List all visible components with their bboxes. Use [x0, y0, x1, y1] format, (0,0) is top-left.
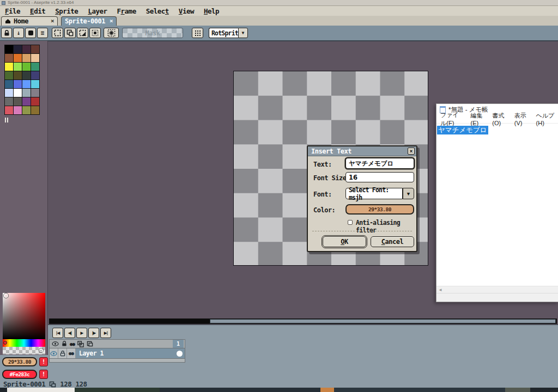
mask-button[interactable]: Mask	[122, 28, 183, 38]
dialog-titlebar[interactable]: Insert Text	[308, 146, 416, 156]
background-color-chip[interactable]: #Fe283c	[2, 370, 37, 379]
grid-settings-button[interactable]	[192, 28, 203, 38]
palette-swatch-3[interactable]	[31, 45, 39, 53]
palette-swatch-18[interactable]	[22, 80, 31, 88]
palette-swatch-8[interactable]	[5, 63, 13, 71]
foreground-color-chip[interactable]: 29*33.80	[2, 357, 37, 366]
palette-swatch-7[interactable]	[31, 54, 39, 62]
palette-swatch-11[interactable]	[31, 63, 39, 71]
tab-home-close-icon[interactable]: ×	[51, 19, 54, 24]
play-button[interactable]: ▶	[76, 328, 87, 338]
font-select[interactable]: Select Font: msjh	[345, 188, 403, 199]
selection-edges-button[interactable]	[104, 28, 119, 38]
palette-swatch-0[interactable]	[5, 45, 13, 53]
palette-swatch-6[interactable]	[22, 54, 31, 62]
taskbar-segment-5[interactable]	[505, 388, 530, 392]
notepad-horizontal-scrollbar[interactable]: ◄	[436, 286, 558, 293]
options-button[interactable]: ≡	[37, 28, 48, 38]
rotation-algorithm-select[interactable]: RotSprite	[209, 28, 238, 38]
palette-swatch-10[interactable]	[22, 63, 31, 71]
move-down-button[interactable]: ↓	[13, 28, 24, 38]
tab-sprite-close-icon[interactable]: ×	[110, 19, 113, 24]
first-frame-button[interactable]: |◀	[52, 328, 63, 338]
scroll-left-arrow-icon[interactable]: ◄	[438, 287, 442, 292]
palette-swatch-26[interactable]	[22, 97, 31, 106]
selection-add-button[interactable]	[64, 28, 76, 38]
next-frame-button[interactable]: |▶	[88, 328, 99, 338]
palette-swatch-29[interactable]	[14, 106, 22, 114]
last-frame-button[interactable]: ▶|	[100, 328, 111, 338]
menu-item-7[interactable]: Help	[199, 7, 224, 15]
menu-item-3[interactable]: Layer	[83, 7, 112, 15]
tab-sprite-0001[interactable]: Sprite-0001 ×	[61, 16, 117, 26]
ok-button[interactable]: OK	[323, 236, 366, 247]
palette-swatch-13[interactable]	[14, 71, 22, 79]
palette-swatch-1[interactable]	[14, 45, 22, 53]
menu-item-0[interactable]: File	[0, 7, 25, 15]
selection-subtract-button[interactable]	[77, 28, 88, 38]
font-size-input[interactable]: 16	[345, 172, 414, 182]
cancel-button[interactable]: Cancel	[371, 236, 414, 247]
rotation-algorithm-dropdown-button[interactable]: ▼	[238, 28, 248, 38]
palette-swatch-19[interactable]	[31, 80, 39, 88]
palette-swatch-24[interactable]	[5, 97, 13, 106]
menu-item-4[interactable]: Frame	[112, 7, 141, 15]
layer-name[interactable]: Layer 1	[76, 348, 174, 358]
lock-button[interactable]	[1, 28, 12, 38]
palette-swatch-21[interactable]	[14, 89, 22, 97]
os-taskbar[interactable]	[0, 388, 558, 392]
layer-row[interactable]: ●● Layer 1	[49, 348, 185, 359]
menu-item-2[interactable]: Sprite	[50, 7, 83, 15]
taskbar-segment-1[interactable]	[75, 388, 160, 392]
selection-intersect-button[interactable]	[89, 28, 101, 38]
palette-swatch-28[interactable]	[5, 106, 13, 114]
taskbar-segment-4[interactable]	[334, 388, 505, 392]
palette-swatch-30[interactable]	[22, 106, 31, 114]
palette-swatch-17[interactable]	[14, 80, 22, 88]
palette-swatch-25[interactable]	[14, 97, 22, 106]
saturation-value-picker[interactable]	[3, 293, 45, 339]
color-picker-button[interactable]: 29*33.80	[345, 204, 414, 215]
palette-swatch-16[interactable]	[5, 80, 13, 88]
tile-button[interactable]	[25, 28, 36, 38]
font-dropdown-button[interactable]: ▼	[403, 188, 414, 199]
text-input[interactable]: ヤマチメモブロ	[345, 158, 414, 169]
bg-color-warning-button[interactable]: !	[39, 370, 48, 379]
canvas-horizontal-scrollbar[interactable]	[49, 318, 557, 324]
menu-item-6[interactable]: View	[174, 7, 199, 15]
taskbar-segment-0[interactable]	[7, 388, 75, 392]
palette-swatch-2[interactable]	[22, 45, 31, 53]
taskbar-segment-2[interactable]	[160, 388, 320, 392]
menu-item-1[interactable]: Edit	[25, 7, 50, 15]
tab-home[interactable]: Home ×	[1, 16, 58, 26]
palette-swatch-14[interactable]	[22, 71, 31, 79]
menu-item-5[interactable]: Select	[141, 7, 174, 15]
alpha-slider[interactable]	[3, 347, 45, 354]
antialias-checkbox[interactable]	[348, 220, 353, 225]
palette-swatch-9[interactable]	[14, 63, 22, 71]
frame-number-cell[interactable]: 1	[173, 340, 184, 348]
palette-swatch-31[interactable]	[31, 106, 39, 114]
notepad-window[interactable]: *無題 - メモ帳 ファイル(F)編集(E)書式(O)表示(V)ヘルプ(H) ヤ…	[436, 103, 558, 302]
palette-swatch-4[interactable]	[5, 54, 13, 62]
scrollbar-thumb[interactable]	[210, 319, 556, 323]
palette-swatch-23[interactable]	[31, 89, 39, 97]
layer-continuous-toggle[interactable]: ●●	[67, 348, 76, 358]
palette-swatch-5[interactable]	[14, 54, 22, 62]
palette-swatch-22[interactable]	[22, 89, 31, 97]
dialog-close-button[interactable]: ×	[408, 148, 415, 155]
palette-swatch-12[interactable]	[5, 71, 13, 79]
color-palette[interactable]	[4, 45, 40, 115]
cel-thumbnail[interactable]	[174, 348, 185, 358]
selection-replace-button[interactable]	[52, 28, 63, 38]
layer-visibility-toggle[interactable]	[50, 348, 58, 358]
palette-resize-handle[interactable]	[5, 118, 8, 122]
prev-frame-button[interactable]: ◀|	[64, 328, 75, 338]
notepad-text-area[interactable]: ヤマチメモブロ	[436, 124, 558, 286]
palette-swatch-20[interactable]	[5, 89, 13, 97]
layer-lock-toggle[interactable]	[58, 348, 67, 358]
palette-swatch-15[interactable]	[31, 71, 39, 79]
taskbar-segment-3[interactable]	[320, 388, 334, 392]
palette-swatch-27[interactable]	[31, 97, 39, 106]
hue-slider[interactable]	[3, 339, 45, 347]
